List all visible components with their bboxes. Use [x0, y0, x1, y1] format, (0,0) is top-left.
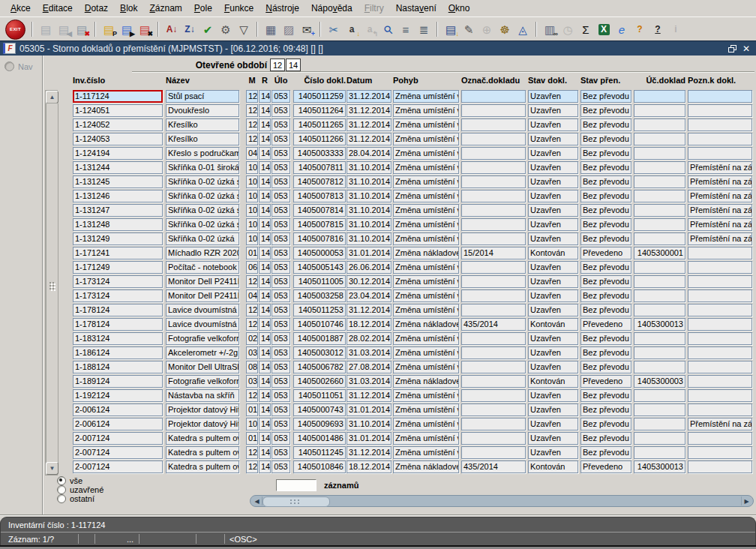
r-cell[interactable]: 14: [259, 375, 271, 388]
nav-toggle[interactable]: Nav: [4, 62, 33, 71]
cislo_dokl-cell[interactable]: 1405003258: [293, 290, 346, 302]
pohyb-cell[interactable]: Změna umístění v: [393, 404, 459, 416]
m-cell[interactable]: 12: [246, 304, 258, 316]
pohyb-cell[interactable]: Změna umístění v: [393, 218, 459, 231]
oznac_dokladu-cell[interactable]: [461, 204, 526, 217]
nazev-cell[interactable]: Křeslo s područkam: [166, 147, 239, 160]
hierarchy-icon[interactable]: ≣: [416, 21, 432, 38]
m-cell[interactable]: 10: [246, 418, 258, 430]
scroll-right-button[interactable]: ▶: [741, 496, 752, 506]
nazev-cell[interactable]: Fotografie velkoforr: [166, 332, 239, 345]
pozn_k_dokl-cell[interactable]: [688, 304, 752, 316]
datum-cell[interactable]: 31.01.2014: [346, 247, 392, 260]
sum-icon[interactable]: Σ: [578, 21, 594, 38]
r-cell[interactable]: 14: [259, 346, 271, 359]
stav_dokl-cell[interactable]: Uzavřen: [528, 133, 578, 146]
ulo-cell[interactable]: 053: [272, 418, 290, 430]
pozn_k_dokl-cell[interactable]: [688, 404, 752, 416]
pozn_k_dokl-cell[interactable]: [688, 375, 752, 388]
m-cell[interactable]: 12: [246, 460, 258, 473]
m-cell[interactable]: 03: [246, 375, 258, 388]
wrench-icon[interactable]: ⚙: [218, 21, 234, 38]
cislo_dokl-cell[interactable]: 1405011265: [293, 118, 346, 131]
stav_dokl-cell[interactable]: Uzavřen: [528, 161, 578, 174]
stav_pren-cell[interactable]: Převedeno: [580, 460, 632, 473]
inv_cislo-cell[interactable]: 1-131244: [73, 161, 163, 174]
pozn_k_dokl-cell[interactable]: Přemístění na zá: [688, 176, 752, 188]
stav_dokl-cell[interactable]: Uzavřen: [528, 446, 578, 459]
pohyb-cell[interactable]: Změna umístění v: [393, 389, 459, 402]
stav_dokl-cell[interactable]: Uzavřen: [528, 418, 578, 430]
pozn_k_dokl-cell[interactable]: [688, 432, 752, 445]
nazev-cell[interactable]: Lavice dvoumístná: [166, 318, 239, 331]
datum-cell[interactable]: 31.10.2014: [346, 161, 392, 174]
nazev-cell[interactable]: Monitor Dell P2411H: [166, 290, 239, 302]
oznac_dokladu-cell[interactable]: [461, 275, 526, 288]
inv_cislo-cell[interactable]: 2-007124: [73, 460, 163, 473]
print-preview-icon[interactable]: ▨: [280, 21, 297, 38]
uc_doklad-cell[interactable]: [634, 218, 686, 231]
oznac_dokladu-cell[interactable]: [461, 418, 526, 430]
nazev-cell[interactable]: Lavice dvoumístná: [166, 304, 239, 316]
stav_dokl-cell[interactable]: Uzavřen: [528, 204, 578, 217]
inv_cislo-cell[interactable]: 1-188124: [73, 361, 163, 374]
datum-cell[interactable]: 31.12.2014: [346, 389, 392, 402]
scroll-left-button[interactable]: ◀: [252, 496, 262, 506]
r-cell[interactable]: 14: [259, 432, 271, 445]
spectacles-form-icon[interactable]: ▥∞: [542, 21, 558, 38]
period-month-field[interactable]: 12: [270, 58, 285, 71]
oznac_dokladu-cell[interactable]: [461, 133, 526, 146]
pozn_k_dokl-cell[interactable]: [688, 460, 752, 473]
pohyb-cell[interactable]: Změna nákladové: [393, 247, 459, 260]
close-window-button[interactable]: ✕: [742, 44, 750, 53]
datum-cell[interactable]: 31.12.2014: [346, 446, 392, 459]
oznac_dokladu-cell[interactable]: [461, 104, 526, 117]
inv_cislo-cell[interactable]: 2-007124: [73, 446, 163, 459]
stav_pren-cell[interactable]: Bez převodu (: [580, 104, 632, 117]
stav_dokl-cell[interactable]: Uzavřen: [528, 218, 578, 231]
r-cell[interactable]: 14: [259, 418, 271, 430]
oznac_dokladu-cell[interactable]: [461, 375, 526, 388]
datum-cell[interactable]: 26.06.2014: [346, 261, 392, 274]
m-cell[interactable]: 12: [246, 104, 258, 117]
datum-cell[interactable]: 27.08.2014: [346, 361, 392, 374]
stav_pren-cell[interactable]: Bez převodu (: [580, 304, 632, 316]
stav_dokl-cell[interactable]: Uzavřen: [528, 346, 578, 359]
scroll-up-button[interactable]: ▲: [46, 91, 58, 104]
uc_doklad-cell[interactable]: [634, 332, 686, 345]
cislo_dokl-cell[interactable]: 1405006782: [293, 361, 346, 374]
m-cell[interactable]: 03: [246, 346, 258, 359]
uc_doklad-cell[interactable]: [634, 90, 686, 103]
datum-cell[interactable]: 31.10.2014: [346, 204, 392, 217]
inv_cislo-cell[interactable]: 1-183124: [73, 332, 163, 345]
inv_cislo-cell[interactable]: 1-131248: [73, 218, 163, 231]
m-cell[interactable]: 01: [246, 404, 258, 416]
inv_cislo-cell[interactable]: 1-171241: [73, 247, 163, 260]
ulo-cell[interactable]: 053: [272, 261, 290, 274]
stav_pren-cell[interactable]: Bez převodu (: [580, 346, 632, 359]
oznac_dokladu-cell[interactable]: [461, 404, 526, 416]
exit-button[interactable]: EXIT: [5, 20, 26, 40]
ulo-cell[interactable]: 053: [272, 161, 290, 174]
pohyb-cell[interactable]: Změna umístění v: [393, 147, 459, 160]
oznac_dokladu-cell[interactable]: [461, 147, 526, 160]
r-cell[interactable]: 14: [259, 118, 271, 131]
m-cell[interactable]: 01: [246, 247, 258, 260]
uc_doklad-cell[interactable]: [634, 275, 686, 288]
nazev-cell[interactable]: Skříňka 0-02 úzká s: [166, 218, 239, 231]
stav_dokl-cell[interactable]: Uzavřen: [528, 361, 578, 374]
excel-icon[interactable]: X: [596, 21, 612, 38]
oznac_dokladu-cell[interactable]: [461, 190, 526, 202]
clipboard-import-icon[interactable]: ▤↓: [442, 21, 459, 38]
inv_cislo-cell[interactable]: 1-131249: [73, 232, 163, 245]
uc_doklad-cell[interactable]: [634, 418, 686, 430]
stav_pren-cell[interactable]: Bez převodu (: [580, 446, 632, 459]
uc_doklad-cell[interactable]: [634, 446, 686, 459]
cislo_dokl-cell[interactable]: 1405007816: [293, 232, 346, 245]
stav_dokl-cell[interactable]: Uzavřen: [528, 261, 578, 274]
r-cell[interactable]: 14: [259, 218, 271, 231]
cislo_dokl-cell[interactable]: 1405000053: [293, 247, 346, 260]
oznac_dokladu-cell[interactable]: [461, 118, 526, 131]
stav_dokl-cell[interactable]: Uzavřen: [528, 147, 578, 160]
cancel-query-icon[interactable]: ▤✖: [136, 21, 153, 38]
